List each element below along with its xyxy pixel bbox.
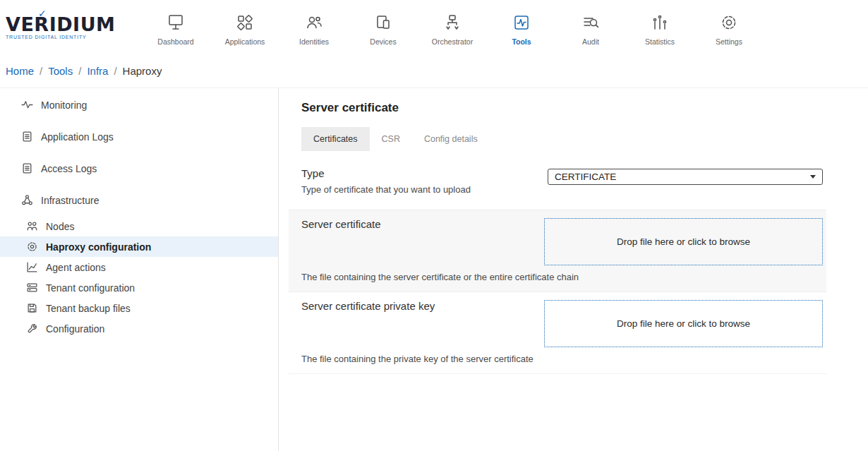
nav-item-label: Identities [299,37,329,46]
sidebar-item-nodes[interactable]: Nodes [0,216,278,236]
tab-config-details[interactable]: Config details [412,127,490,151]
nav-item-statistics[interactable]: Statistics [625,8,694,46]
server-certificate-help: The file containing the server certifica… [301,272,823,282]
type-label: Type [301,167,471,179]
selected-option: CERTIFICATE [555,172,616,182]
type-row: Type Type of certificate that you want t… [289,151,826,210]
sidebar-item-label: Tenant backup files [46,303,131,314]
server-certificate-field: Server certificate [301,218,544,265]
dropzone-text: Drop file here or click to browse [617,318,750,329]
top-nav: Dashboard Applications Identities Device… [141,8,764,46]
page-title: Server certificate [301,101,826,115]
private-key-row: Server certificate private key Drop file… [289,291,826,374]
private-key-dropzone[interactable]: Drop file here or click to browse [544,300,823,347]
nav-item-label: Statistics [645,37,675,46]
breadcrumb-home[interactable]: Home [6,65,34,77]
dropzone-text: Drop file here or click to browse [617,236,750,247]
settings-gear-icon [719,11,739,32]
gear-icon [26,241,38,253]
content-area: Monitoring Application Logs Access Logs … [0,88,868,451]
nav-item-devices[interactable]: Devices [349,8,418,46]
infrastructure-network-icon [21,194,33,206]
breadcrumb-infra[interactable]: Infra [87,65,108,77]
nav-item-applications[interactable]: Applications [210,8,279,46]
type-help: Type of certificate that you want to upl… [301,184,471,195]
applications-icon [235,11,255,32]
veridium-logo[interactable]: VERIDIUM ✓ TRUSTED DIGITAL IDENTITY [0,15,140,40]
logo-name: VERIDIUM ✓ [6,15,140,34]
sidebar-item-label: Access Logs [41,163,97,174]
devices-icon [373,11,393,32]
sidebar-item-label: Infrastructure [41,195,99,206]
private-key-field: Server certificate private key [301,300,544,347]
server-certificate-row: Server certificate Drop file here or cli… [289,210,826,291]
main-panel: Server certificate Certificates CSR Conf… [289,88,826,451]
tab-csr[interactable]: CSR [370,127,412,151]
nav-item-orchestrator[interactable]: Orchestrator [418,8,487,46]
sidebar-item-configuration[interactable]: Configuration [0,318,278,339]
sidebar-item-label: Agent actions [46,262,106,273]
sidebar-item-tenant-backup-files[interactable]: Tenant backup files [0,298,278,318]
sidebar-item-label: Monitoring [41,100,87,111]
document-icon [21,162,33,174]
nav-item-label: Audit [582,37,599,46]
sidebar-item-agent-actions[interactable]: Agent actions [0,257,278,277]
nav-item-label: Settings [716,37,742,46]
identities-icon [304,11,324,32]
document-icon [21,131,33,143]
nodes-people-icon [26,220,38,232]
nav-item-label: Orchestrator [432,37,473,46]
tab-certificates[interactable]: Certificates [301,127,370,151]
sidebar-item-label: Nodes [46,221,74,232]
audit-icon [581,11,601,32]
sidebar-item-label: Tenant configuration [46,282,135,294]
breadcrumb-tools[interactable]: Tools [48,65,73,77]
sidebar-item-label: Application Logs [41,131,114,143]
sidebar-item-application-logs[interactable]: Application Logs [0,121,278,152]
nav-item-dashboard[interactable]: Dashboard [141,8,210,46]
private-key-label: Server certificate private key [301,300,544,312]
sidebar-item-haproxy-configuration[interactable]: Haproxy configuration [0,236,278,257]
line-chart-icon [26,261,38,273]
logo-check-icon: ✓ [38,8,47,18]
chevron-down-icon [810,175,816,179]
tools-icon [512,11,531,32]
sidebar-item-tenant-configuration[interactable]: Tenant configuration [0,277,278,298]
server-certificate-label: Server certificate [301,218,544,230]
breadcrumb-current: Haproxy [123,65,162,77]
type-field-text: Type Type of certificate that you want t… [301,167,471,195]
logo-text: VERIDIUM [6,13,115,35]
nav-item-audit[interactable]: Audit [556,8,625,46]
sidebar-item-access-logs[interactable]: Access Logs [0,152,278,184]
sidebar: Monitoring Application Logs Access Logs … [0,88,279,451]
breadcrumb-separator: / [78,65,81,77]
server-stack-icon [26,282,38,294]
breadcrumb: Home / Tools / Infra / Haproxy [0,54,868,88]
sidebar-item-label: Haproxy configuration [46,241,151,253]
nav-item-label: Devices [370,37,396,46]
nav-item-tools[interactable]: Tools [487,8,556,46]
wrench-icon [26,323,38,335]
private-key-help: The file containing the private key of t… [301,354,823,364]
monitoring-pulse-icon [21,99,33,111]
breadcrumb-separator: / [40,65,42,77]
nav-item-label: Applications [225,37,265,46]
save-disk-icon [26,302,38,314]
sidebar-item-monitoring[interactable]: Monitoring [0,89,278,121]
sidebar-item-label: Configuration [46,323,104,335]
nav-item-identities[interactable]: Identities [279,8,349,46]
certificate-type-select[interactable]: CERTIFICATE [548,169,823,185]
server-certificate-dropzone[interactable]: Drop file here or click to browse [544,218,823,265]
logo-tagline: TRUSTED DIGITAL IDENTITY [6,35,140,40]
sidebar-item-infrastructure[interactable]: Infrastructure [0,184,278,216]
nav-item-label: Tools [512,37,531,46]
nav-item-settings[interactable]: Settings [694,8,764,46]
nav-item-label: Dashboard [157,37,193,46]
statistics-icon [650,11,670,32]
dashboard-icon [166,11,186,32]
top-bar: VERIDIUM ✓ TRUSTED DIGITAL IDENTITY Dash… [0,0,868,54]
breadcrumb-separator: / [114,65,116,77]
tab-bar: Certificates CSR Config details [301,127,826,151]
orchestrator-icon [442,11,462,32]
